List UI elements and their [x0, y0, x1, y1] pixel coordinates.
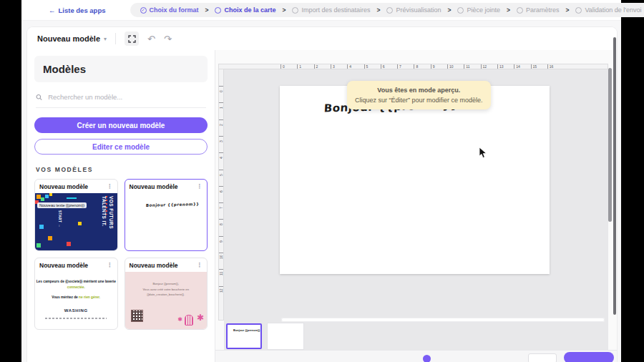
edit-template-button[interactable]: Editer ce modèle	[34, 139, 208, 155]
ruler-tick: 11	[219, 269, 223, 275]
tetris-decoration	[49, 193, 52, 196]
step-label: Validation de l'envoi	[585, 6, 641, 14]
template-card-header: Nouveau modèle ⋮	[125, 180, 208, 193]
sidebar-header: Modèles	[34, 56, 208, 82]
toolbar-divider	[115, 33, 116, 44]
chevron-right-icon: >	[205, 6, 209, 14]
chevron-right-icon: >	[507, 6, 510, 14]
window-vertical-scrollbar[interactable]	[613, 37, 616, 315]
tooltip-line2: Cliquez sur “Éditer” pour modifier ce mo…	[355, 97, 483, 104]
tooltip-line1: Vous êtes en mode aperçu.	[355, 87, 483, 94]
step-choix-du-format[interactable]: ✓ Choix du format	[140, 6, 199, 14]
chevron-right-icon: >	[448, 6, 452, 14]
ruler-tick: 8	[414, 64, 418, 69]
washing-logo: WASHING	[35, 307, 117, 314]
cursor-pointer-icon	[479, 147, 487, 159]
ruler-tick: 0	[280, 64, 285, 69]
step-label: Pièce jointe	[467, 6, 500, 14]
template-card-washing[interactable]: Nouveau modèle ⋮ Les campeurs de {{socie…	[34, 258, 118, 330]
poster-title: VOS FUTURS TALENTS IT.	[100, 196, 114, 248]
ruler-tick: 5	[364, 64, 369, 69]
step-previsualisation[interactable]: Prévisualisation	[386, 6, 441, 14]
ruler-tick: 2	[314, 64, 318, 69]
template-card-tetris[interactable]: Nouveau modèle ⋮	[34, 179, 118, 251]
step-import-des-destinataires[interactable]: Import des destinataires	[292, 6, 370, 14]
ruler-tick: 4	[219, 152, 223, 159]
template-card-pink[interactable]: Nouveau modèle ⋮ Bonjour {{prenom}}, Vou…	[125, 258, 208, 330]
card-page-preview[interactable]: Bonjour {{prenom}}	[280, 86, 550, 274]
zoom-level-box[interactable]	[528, 353, 557, 362]
thumbnail-text: Bonjour {{prenom}}	[233, 328, 260, 332]
circle-icon	[292, 7, 298, 14]
step-label: Choix du format	[150, 6, 199, 14]
template-card-title: Nouveau modèle	[39, 262, 88, 269]
ruler-tick: 9	[431, 64, 435, 69]
fullscreen-button[interactable]	[125, 31, 139, 46]
sidebar-title: Modèles	[43, 63, 199, 75]
app-window: ← Liste des apps ✓ Choix du format > Cho…	[21, 0, 621, 362]
tetris-decoration	[67, 242, 71, 246]
step-label: Choix de la carte	[224, 6, 275, 14]
chevron-right-icon: >	[283, 6, 286, 14]
ruler-tick: 6	[219, 186, 223, 192]
template-card-selected[interactable]: Nouveau modèle ⋮ Bonjour {{prenom}}	[125, 179, 208, 251]
step-label: Prévisualisation	[396, 6, 441, 14]
step-label: Paramètres	[526, 6, 560, 14]
template-card-header: Nouveau modèle ⋮	[125, 258, 208, 272]
horizontal-scrollbar[interactable]	[281, 318, 605, 322]
template-text-overlay: Nouveau texte {{prenom}}	[37, 202, 87, 208]
redo-button[interactable]: ↷	[164, 34, 172, 44]
footer-bar	[215, 350, 617, 362]
step-piece-jointe[interactable]: Pièce jointe	[457, 6, 500, 14]
page-thumbnail-1[interactable]: Bonjour {{prenom}}	[226, 323, 262, 349]
ruler-tick: 13	[497, 64, 504, 69]
washing-line1: Les campeurs de {{societe}} méritent une…	[35, 279, 117, 290]
chevron-down-icon: ▾	[104, 36, 107, 42]
ruler-tick: 7	[219, 202, 223, 209]
ruler-tick: 4	[347, 64, 351, 69]
create-template-button[interactable]: Créer un nouveau modèle	[34, 117, 208, 133]
step-choix-de-la-carte[interactable]: Choix de la carte	[215, 6, 275, 14]
template-card-title: Nouveau modèle	[130, 183, 178, 190]
footer-circle-button[interactable]	[423, 355, 431, 362]
chevron-right-icon: >	[566, 6, 570, 14]
editor-toolbar: Nouveau modèle ▾ ↶ ↷	[27, 27, 617, 50]
ruler-tick: 0	[219, 86, 223, 92]
ruler-tick: 10	[447, 64, 454, 69]
primary-action-button[interactable]	[564, 352, 614, 362]
ruler-tick: 10	[219, 253, 223, 259]
stepper-pill: ✓ Choix du format > Choix de la carte > …	[130, 3, 644, 17]
tetris-decoration	[48, 236, 52, 240]
ruler-tick: 6	[381, 64, 385, 69]
template-name-dropdown[interactable]: Nouveau modèle	[37, 34, 100, 43]
starburst-decoration-icon: ✱	[197, 310, 204, 326]
pink-line1: Bonjour {{prenom}},	[125, 281, 208, 287]
pink-line2: Vous avez créé votre boucherie en {{date…	[125, 287, 208, 298]
search-input[interactable]	[47, 92, 206, 102]
circle-icon	[215, 7, 221, 14]
qr-code	[131, 310, 143, 322]
kebab-menu-icon[interactable]: ⋮	[197, 263, 203, 268]
kebab-menu-icon[interactable]: ⋮	[197, 184, 203, 190]
ruler-tick: 12	[219, 286, 223, 293]
editor-content: Modèles Créer un nouveau modèle Editer c…	[27, 50, 617, 362]
step-parametres[interactable]: Paramètres	[517, 6, 560, 14]
step-validation-de-l-envoi[interactable]: Validation de l'envoi	[575, 6, 641, 14]
vertical-ruler: 0123456789101112	[218, 69, 224, 321]
undo-button[interactable]: ↶	[147, 34, 155, 44]
ruler-tick: 5	[219, 170, 223, 176]
template-card-header: Nouveau modèle ⋮	[35, 180, 117, 193]
fullscreen-icon	[128, 35, 136, 43]
back-to-apps-link[interactable]: ← Liste des apps	[49, 6, 106, 14]
kebab-menu-icon[interactable]: ⋮	[107, 263, 113, 268]
preview-mode-tooltip: Vous êtes en mode aperçu. Cliquez sur “É…	[347, 81, 491, 109]
ruler-tick: 2	[219, 119, 223, 126]
circle-icon	[517, 7, 523, 14]
check-circle-icon: ✓	[140, 7, 147, 14]
kebab-menu-icon[interactable]: ⋮	[107, 184, 113, 190]
editor-panel: Nouveau modèle ▾ ↶ ↷ Modèles	[27, 27, 617, 362]
canvas-vertical-scrollbar[interactable]	[608, 68, 612, 222]
page-thumbnail-2[interactable]	[268, 323, 303, 349]
horizontal-ruler: 012345678910111213141516	[218, 64, 608, 69]
ruler-tick: 3	[219, 136, 223, 142]
